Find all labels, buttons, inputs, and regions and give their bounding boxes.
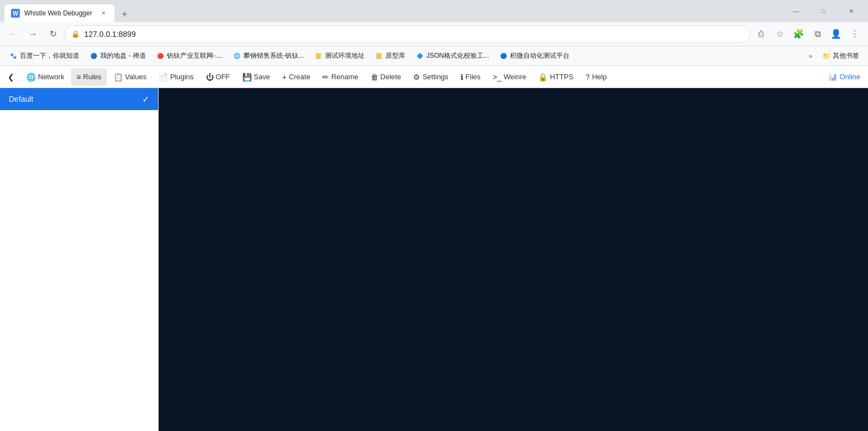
rules-label: Rules bbox=[83, 73, 101, 81]
window-controls: — □ ✕ bbox=[783, 2, 864, 20]
other-bookmarks[interactable]: 📁 其他书签 bbox=[818, 49, 864, 63]
bookmark-chandao-label: 我的地盘 - 禅道 bbox=[100, 51, 146, 61]
url-box[interactable]: 🔒 127.0.0.1:8899 bbox=[64, 25, 750, 43]
toolbar-delete[interactable]: 🗑 Delete bbox=[365, 68, 407, 86]
create-icon: + bbox=[282, 73, 286, 81]
bookmarks-more-button[interactable]: » bbox=[804, 50, 817, 62]
bookmark-jiwei-label: 积微自动化测试平台 bbox=[510, 51, 569, 61]
bookmark-testenv[interactable]: 📒 测试环境地址 bbox=[310, 48, 369, 64]
bookmark-vti-label: 钒钛产业互联网-.... bbox=[167, 51, 223, 61]
help-label: Help bbox=[592, 73, 607, 81]
off-label: OFF bbox=[216, 73, 230, 81]
values-label: Values bbox=[125, 73, 147, 81]
tab-title: Whistle Web Debugger bbox=[24, 9, 95, 17]
online-status[interactable]: 📊 Online bbox=[823, 70, 866, 83]
extensions-button[interactable]: 🧩 bbox=[790, 25, 807, 43]
toolbar-values[interactable]: 📋 Values bbox=[108, 68, 152, 86]
bookmark-baidu[interactable]: 🐾 百度一下，你就知道 bbox=[4, 48, 84, 64]
save-icon: 💾 bbox=[242, 73, 252, 81]
bookmark-testenv-label: 测试环境地址 bbox=[325, 51, 365, 61]
bookmark-json[interactable]: 🔷 JSON格式化校验工... bbox=[411, 48, 493, 64]
split-button[interactable]: ⧉ bbox=[809, 25, 826, 43]
minimize-button[interactable]: — bbox=[783, 2, 809, 20]
plugins-label: Plugins bbox=[170, 73, 194, 81]
bookmarks-bar: 🐾 百度一下，你就知道 🔵 我的地盘 - 禅道 🔴 钒钛产业互联网-.... 🌐… bbox=[0, 46, 868, 66]
bookmark-json-label: JSON格式化校验工... bbox=[426, 51, 489, 61]
main-layout: Default ✓ bbox=[0, 88, 868, 431]
toolbar-back-button[interactable]: ❮ bbox=[2, 68, 20, 86]
toolbar-network[interactable]: 🌐 Network bbox=[21, 68, 70, 86]
bookmark-vti[interactable]: 🔴 钒钛产业互联网-.... bbox=[151, 48, 227, 64]
share-button[interactable]: ⎙ bbox=[752, 25, 770, 43]
sidebar: Default ✓ bbox=[0, 88, 159, 431]
forward-button[interactable]: → bbox=[24, 25, 42, 43]
browser-frame: W Whistle Web Debugger × + — □ ✕ ← → ↻ 🔒… bbox=[0, 0, 868, 431]
bookmark-baidu-icon: 🐾 bbox=[9, 52, 18, 61]
menu-button[interactable]: ⋮ bbox=[846, 25, 864, 43]
sidebar-item-default-label: Default bbox=[9, 95, 33, 103]
delete-icon: 🗑 bbox=[371, 73, 378, 81]
files-icon: ℹ bbox=[460, 73, 463, 81]
bookmark-pangang[interactable]: 🌐 攀钢销售系统-钒钛... bbox=[228, 48, 308, 64]
weinre-icon: >_ bbox=[493, 73, 502, 81]
toolbar-https[interactable]: 🔒 HTTPS bbox=[533, 68, 579, 86]
title-bar: W Whistle Web Debugger × + — □ ✕ bbox=[0, 0, 868, 22]
toolbar-weinre[interactable]: >_ Weinre bbox=[487, 68, 532, 86]
toolbar-settings[interactable]: ⚙ Settings bbox=[408, 68, 454, 86]
bookmark-baidu-label: 百度一下，你就知道 bbox=[20, 51, 79, 61]
bookmark-chandao-icon: 🔵 bbox=[89, 52, 98, 61]
toolbar-save[interactable]: 💾 Save bbox=[237, 68, 276, 86]
address-bar: ← → ↻ 🔒 127.0.0.1:8899 ⎙ ☆ 🧩 ⧉ 👤 ⋮ bbox=[0, 22, 868, 46]
bookmark-jiwei-icon: 🔵 bbox=[499, 52, 508, 61]
plugins-icon: 📄 bbox=[159, 73, 168, 81]
network-label: Network bbox=[38, 73, 64, 81]
bookmark-prototype-label: 原型库 bbox=[386, 51, 405, 61]
toolbar-create[interactable]: + Create bbox=[276, 68, 316, 86]
online-icon: 📊 bbox=[828, 73, 837, 81]
bookmark-pangang-icon: 🌐 bbox=[232, 52, 241, 61]
network-icon: 🌐 bbox=[26, 73, 36, 81]
sidebar-item-default[interactable]: Default ✓ bbox=[0, 88, 158, 110]
other-bookmarks-label: 其他书签 bbox=[833, 51, 859, 61]
delete-label: Delete bbox=[381, 73, 402, 81]
bookmark-prototype[interactable]: 📒 原型库 bbox=[370, 48, 410, 64]
secure-icon: 🔒 bbox=[71, 30, 80, 38]
off-icon: ⏻ bbox=[206, 73, 214, 81]
toolbar-off[interactable]: ⏻ OFF bbox=[200, 68, 236, 86]
toolbar-rename[interactable]: ✏ Rename bbox=[317, 68, 364, 86]
editor-area bbox=[159, 88, 868, 431]
save-label: Save bbox=[254, 73, 270, 81]
close-button[interactable]: ✕ bbox=[838, 2, 864, 20]
bookmark-json-icon: 🔷 bbox=[415, 52, 424, 61]
help-icon: ? bbox=[585, 73, 590, 81]
active-tab[interactable]: W Whistle Web Debugger × bbox=[4, 4, 115, 22]
toolbar-help[interactable]: ? Help bbox=[580, 68, 612, 86]
files-label: Files bbox=[465, 73, 480, 81]
new-tab-button[interactable]: + bbox=[117, 7, 132, 22]
bookmark-jiwei[interactable]: 🔵 积微自动化测试平台 bbox=[495, 48, 574, 64]
address-actions: ⎙ ☆ 🧩 ⧉ 👤 ⋮ bbox=[752, 25, 864, 43]
toolbar-rules[interactable]: ≡ Rules bbox=[71, 68, 107, 86]
settings-icon: ⚙ bbox=[413, 73, 420, 81]
tab-bar: W Whistle Web Debugger × + bbox=[4, 0, 783, 22]
maximize-button[interactable]: □ bbox=[811, 2, 836, 20]
profile-button[interactable]: 👤 bbox=[827, 25, 845, 43]
toolbar-files[interactable]: ℹ Files bbox=[455, 68, 486, 86]
reload-button[interactable]: ↻ bbox=[44, 25, 62, 43]
bookmark-button[interactable]: ☆ bbox=[771, 25, 789, 43]
whistle-toolbar: ❮ 🌐 Network ≡ Rules 📋 Values 📄 Plugins ⏻… bbox=[0, 66, 868, 88]
app-content: ❮ 🌐 Network ≡ Rules 📋 Values 📄 Plugins ⏻… bbox=[0, 66, 868, 431]
rename-label: Rename bbox=[331, 73, 358, 81]
toolbar-plugins[interactable]: 📄 Plugins bbox=[153, 68, 199, 86]
settings-label: Settings bbox=[422, 73, 448, 81]
tab-favicon: W bbox=[11, 9, 20, 18]
other-bookmarks-icon: 📁 bbox=[822, 52, 831, 60]
bookmark-testenv-icon: 📒 bbox=[314, 52, 323, 61]
tab-close-button[interactable]: × bbox=[99, 9, 108, 18]
bookmark-prototype-icon: 📒 bbox=[375, 52, 383, 61]
online-label: Online bbox=[839, 73, 860, 81]
https-label: HTTPS bbox=[550, 73, 573, 81]
back-button[interactable]: ← bbox=[4, 25, 22, 43]
create-label: Create bbox=[289, 73, 310, 81]
bookmark-chandao[interactable]: 🔵 我的地盘 - 禅道 bbox=[85, 48, 150, 64]
